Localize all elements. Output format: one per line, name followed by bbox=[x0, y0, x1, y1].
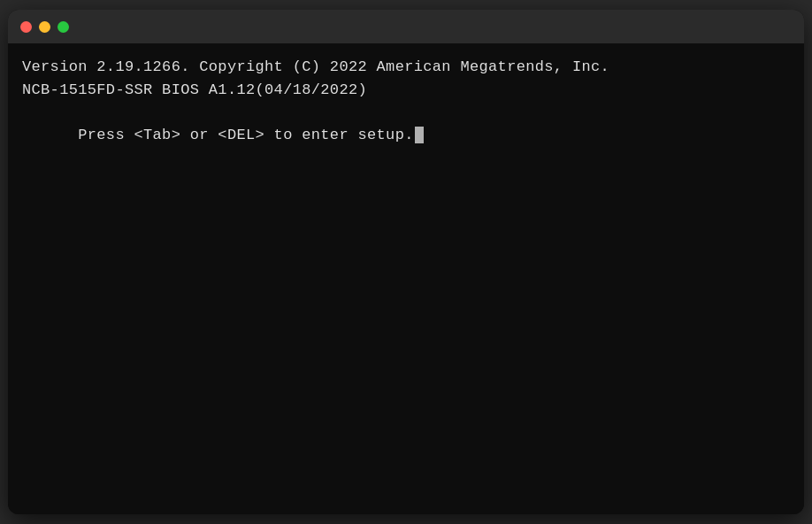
titlebar bbox=[8, 10, 804, 43]
close-button[interactable] bbox=[20, 21, 32, 33]
minimize-button[interactable] bbox=[39, 21, 50, 33]
terminal-line-2: NCB-1515FD-SSR BIOS A1.12(04/18/2022) bbox=[22, 79, 790, 102]
terminal-line-3: Press <Tab> or <DEL> to enter setup. bbox=[22, 101, 790, 169]
terminal-line-1: Version 2.19.1266. Copyright (C) 2022 Am… bbox=[22, 56, 790, 79]
maximize-button[interactable] bbox=[57, 21, 69, 33]
terminal-cursor bbox=[415, 127, 424, 143]
terminal-line-3-text: Press <Tab> or <DEL> to enter setup. bbox=[78, 127, 414, 143]
terminal-body[interactable]: Version 2.19.1266. Copyright (C) 2022 Am… bbox=[8, 43, 804, 514]
terminal-window: Version 2.19.1266. Copyright (C) 2022 Am… bbox=[8, 10, 804, 514]
